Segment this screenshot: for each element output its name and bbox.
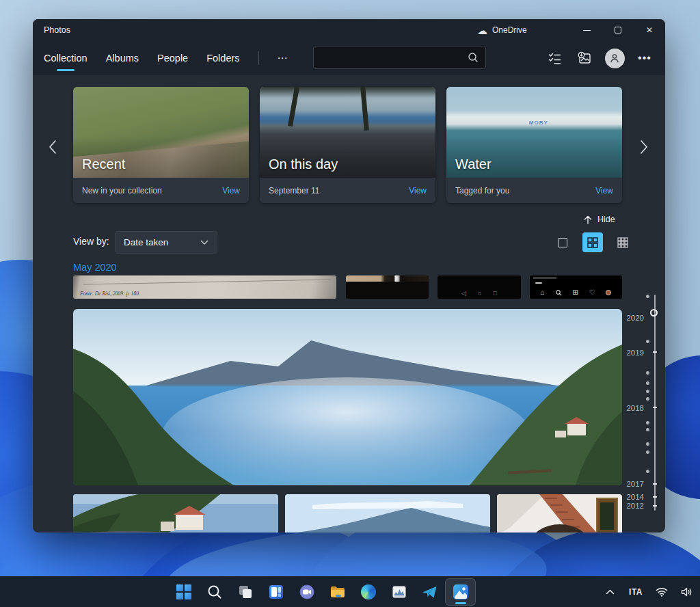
mountain-image — [285, 494, 490, 532]
taskbar-widgets-button[interactable] — [260, 578, 291, 606]
search-box[interactable] — [313, 46, 486, 69]
timeline-year-2019[interactable]: 2019 — [614, 349, 644, 357]
tab-albums[interactable]: Albums — [106, 41, 139, 75]
minimize-button[interactable] — [571, 19, 602, 41]
taskbar-task-manager-button[interactable] — [383, 578, 414, 606]
timeline-month-dot — [646, 428, 649, 431]
timeline-year-2020[interactable]: 2020 — [614, 314, 644, 322]
app-title: Photos — [44, 19, 70, 41]
arrow-up-icon — [584, 215, 592, 224]
taskbar-file-explorer-button[interactable] — [322, 578, 353, 606]
timeline-year-2012[interactable]: 2012 — [614, 502, 644, 510]
timeline-month-dot — [646, 390, 649, 393]
wifi-button[interactable] — [654, 582, 670, 602]
select-button[interactable] — [539, 44, 569, 72]
coast-image — [73, 494, 278, 532]
timeline-year-tick — [653, 483, 657, 485]
timeline-line — [654, 295, 656, 511]
account-button[interactable] — [600, 44, 630, 72]
teams-chat-icon — [299, 584, 314, 599]
small-grid-view-button[interactable] — [612, 232, 633, 252]
window-controls: ✕ — [571, 19, 665, 41]
timeline-year-2017[interactable]: 2017 — [614, 480, 644, 488]
taskbar-photos-button[interactable] — [445, 578, 476, 606]
card-footer: September 11 View — [260, 178, 435, 203]
card-subtitle: September 11 — [269, 186, 320, 195]
maximize-icon — [615, 27, 621, 33]
close-button[interactable]: ✕ — [634, 19, 665, 41]
card-footer: New in your collection View — [73, 178, 249, 203]
tab-people[interactable]: People — [157, 41, 188, 75]
home-icon: ⌂ — [541, 289, 545, 296]
date-group-header[interactable]: May 2020 — [73, 262, 117, 273]
taskbar-edge-button[interactable] — [353, 578, 383, 606]
photos-app-icon — [453, 584, 469, 600]
view-link[interactable]: View — [595, 186, 613, 195]
timeline-year-2014[interactable]: 2014 — [614, 493, 644, 501]
taskbar-telegram-button[interactable] — [414, 578, 445, 606]
maximize-button[interactable] — [602, 19, 634, 41]
photo-thumbnail-book-page[interactable]: Fonte: De Risi, 2009: p. 180. — [73, 275, 336, 299]
single-view-button[interactable] — [552, 232, 573, 252]
screenshot-dash — [535, 282, 542, 284]
task-view-icon — [238, 584, 253, 599]
dropdown-value: Date taken — [124, 237, 168, 247]
taskbar-search-button[interactable] — [199, 578, 230, 606]
palm-canopy — [260, 87, 435, 98]
nav-tabs: Collection Albums People Folders ⋯ — [44, 41, 288, 75]
tab-separator — [258, 51, 259, 65]
timeline-month-dot — [646, 421, 649, 424]
timeline-month-dot — [646, 340, 649, 343]
view-link[interactable]: View — [409, 186, 427, 195]
taskbar-start-button[interactable] — [168, 578, 199, 606]
timeline-year-2018[interactable]: 2018 — [614, 404, 644, 412]
carousel-next-button[interactable] — [634, 137, 654, 157]
see-more-button[interactable]: ••• — [630, 44, 660, 72]
panorama-image — [73, 309, 622, 485]
android-recents-icon: □ — [493, 291, 496, 297]
language-indicator[interactable]: ITA — [626, 587, 645, 597]
photo-thumbnail-phone-screenshot[interactable]: ◁ ○ □ — [438, 275, 521, 299]
search-input[interactable] — [314, 53, 468, 63]
tabs-overflow-button[interactable]: ⋯ — [278, 41, 288, 75]
photo-thumbnail-interior[interactable] — [497, 494, 622, 532]
taskbar-task-view-button[interactable] — [230, 578, 260, 606]
photo-thumbnail-app-screenshot[interactable]: ⌂ ⊞ ♡ — [530, 275, 622, 299]
tab-folders[interactable]: Folders — [206, 41, 239, 75]
telegram-icon — [422, 584, 438, 599]
hero-card-on-this-day[interactable]: On this day September 11 View — [260, 87, 435, 203]
view-link[interactable]: View — [222, 186, 240, 195]
timeline-month-dot — [646, 397, 649, 401]
hero-card-water[interactable]: MOBY Water Tagged for you View — [446, 87, 622, 203]
taskbar-chat-button[interactable] — [291, 578, 322, 606]
title-bar[interactable]: Photos ☁ OneDrive ✕ — [33, 19, 665, 41]
edge-icon — [361, 584, 376, 599]
photo-thumbnail-dark[interactable] — [346, 275, 429, 299]
timeline-scrubber[interactable]: 2020 2019 2018 2017 2014 2012 — [614, 291, 662, 517]
profile-avatar-icon — [606, 290, 611, 295]
add-post-icon: ⊞ — [572, 289, 578, 296]
close-icon: ✕ — [646, 26, 653, 34]
hero-card-recent[interactable]: Recent New in your collection View — [73, 87, 249, 203]
screenshot-nav-row: ⌂ ⊞ ♡ — [530, 289, 622, 296]
photo-thumbnail-coast[interactable] — [73, 494, 278, 532]
photo-panorama-sea[interactable] — [73, 309, 622, 485]
view-by-dropdown[interactable]: Date taken — [115, 231, 217, 254]
small-grid-view-icon — [617, 237, 628, 248]
windows-start-icon — [176, 584, 191, 599]
timeline-current-marker[interactable] — [650, 309, 658, 316]
photo-thumbnail-mountain[interactable] — [285, 494, 490, 532]
ship-label: MOBY — [529, 120, 548, 126]
volume-button[interactable] — [678, 582, 695, 602]
carousel-prev-button[interactable] — [43, 137, 62, 157]
nav-bar: Collection Albums People Folders ⋯ ••• — [33, 41, 665, 75]
show-hidden-icons-button[interactable] — [602, 582, 618, 602]
grid-view-icon — [587, 237, 598, 248]
grid-view-button[interactable] — [582, 232, 603, 252]
timeline-month-dot — [646, 470, 649, 473]
interior-image — [497, 494, 622, 532]
tab-collection[interactable]: Collection — [44, 41, 88, 75]
hide-button[interactable]: Hide — [584, 215, 615, 224]
onedrive-cloud-icon: ☁ — [477, 25, 487, 36]
import-button[interactable] — [569, 44, 600, 72]
